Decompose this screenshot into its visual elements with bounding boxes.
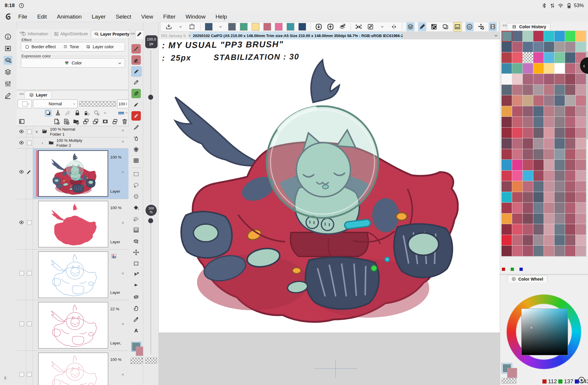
layer-row[interactable]: 100 %≡Layer xyxy=(17,149,128,199)
history-color-swatch[interactable] xyxy=(512,246,523,256)
history-color-swatch[interactable] xyxy=(523,128,533,139)
toolbar-color-swatch[interactable] xyxy=(205,22,213,31)
transfer-down-icon[interactable] xyxy=(82,118,89,125)
tab-information[interactable]: Information xyxy=(19,30,51,38)
tool-frame-rect[interactable] xyxy=(131,259,141,268)
tab-align-distribute[interactable]: Align/Distribute xyxy=(51,30,91,38)
tool-marker-red[interactable] xyxy=(131,111,141,121)
history-color-swatch[interactable] xyxy=(576,106,586,117)
history-color-swatch[interactable] xyxy=(523,74,533,85)
tool-paper-stack[interactable] xyxy=(131,292,141,302)
history-color-swatch[interactable] xyxy=(565,138,576,149)
tool-marker2[interactable] xyxy=(131,100,141,109)
toolbar-color-swatch[interactable] xyxy=(286,22,295,31)
history-color-swatch[interactable] xyxy=(502,235,512,246)
history-color-swatch[interactable] xyxy=(565,224,576,235)
chevron-down-icon[interactable] xyxy=(103,111,107,115)
history-color-swatch[interactable] xyxy=(554,235,565,246)
history-color-swatch[interactable] xyxy=(523,95,533,106)
history-color-swatch[interactable] xyxy=(565,74,576,85)
tool-eyedropper[interactable] xyxy=(131,315,141,324)
history-color-swatch[interactable] xyxy=(576,85,586,96)
history-color-swatch[interactable] xyxy=(544,214,554,224)
color-wheel-tab[interactable]: Color Wheel xyxy=(507,275,547,282)
layer-checkbox[interactable] xyxy=(19,372,24,377)
history-color-swatch[interactable] xyxy=(523,52,533,63)
tab-list-chevron-icon[interactable] xyxy=(493,33,499,38)
color-swatch[interactable] xyxy=(205,23,213,31)
row-grip-icon[interactable]: ≡ xyxy=(122,222,126,225)
history-color-swatch[interactable] xyxy=(523,246,533,256)
history-color-swatch[interactable] xyxy=(502,149,512,160)
clip-studio-logo-icon[interactable] xyxy=(4,13,13,21)
new-folder-icon[interactable] xyxy=(73,118,80,125)
history-color-swatch[interactable] xyxy=(544,171,554,181)
history-color-swatch[interactable] xyxy=(544,203,554,214)
history-color-swatch[interactable] xyxy=(512,106,523,117)
history-color-swatch[interactable] xyxy=(565,128,576,139)
pen-line-button[interactable] xyxy=(418,22,426,31)
toolbar-color-swatch[interactable] xyxy=(275,22,283,31)
flip-horizontal-button[interactable] xyxy=(390,22,398,31)
tool-object-arrow[interactable] xyxy=(131,270,141,279)
wheel-transparent-swatch[interactable] xyxy=(502,378,516,384)
history-color-swatch[interactable] xyxy=(576,203,586,214)
history-color-swatch[interactable] xyxy=(565,149,576,160)
menu-item-layer[interactable]: Layer xyxy=(92,14,106,20)
history-color-swatch[interactable] xyxy=(544,106,554,117)
history-color-swatch[interactable] xyxy=(544,95,554,106)
history-color-swatch[interactable] xyxy=(523,138,533,149)
layer-palette-tab[interactable]: Layer xyxy=(24,91,52,99)
visibility-eye-icon[interactable] xyxy=(18,129,25,134)
history-color-swatch[interactable] xyxy=(512,128,523,139)
layer-color-button[interactable]: Layer color xyxy=(82,44,117,49)
history-color-swatch[interactable] xyxy=(523,181,533,192)
history-color-swatch[interactable] xyxy=(523,106,533,117)
history-color-swatch[interactable] xyxy=(554,95,565,106)
history-color-swatch[interactable] xyxy=(502,171,512,181)
history-color-swatch[interactable] xyxy=(523,160,533,171)
history-color-swatch[interactable] xyxy=(502,128,512,139)
history-color-swatch[interactable] xyxy=(544,63,554,74)
history-color-swatch[interactable] xyxy=(565,203,576,214)
history-color-swatch[interactable] xyxy=(512,214,523,224)
color-history-tab[interactable]: Color History xyxy=(507,23,550,30)
history-color-swatch[interactable] xyxy=(544,224,554,235)
rail-navigator-icon[interactable] xyxy=(4,44,12,53)
history-color-swatch[interactable] xyxy=(544,85,554,96)
tool-grip-icon[interactable]: ≡≡ xyxy=(131,33,135,34)
image-button[interactable] xyxy=(453,22,462,31)
tool-lasso[interactable] xyxy=(131,181,141,190)
history-color-swatch[interactable] xyxy=(554,171,565,181)
mask-dark-icon[interactable] xyxy=(102,118,109,125)
history-color-swatch[interactable] xyxy=(565,246,576,256)
history-color-swatch[interactable] xyxy=(533,52,544,63)
history-color-swatch[interactable] xyxy=(512,171,523,181)
history-color-swatch[interactable] xyxy=(502,117,512,128)
palette-grip-icon[interactable]: ≡≡ xyxy=(19,93,24,95)
tool-text-a[interactable]: A xyxy=(131,326,141,335)
row-grip-icon[interactable]: ≡ xyxy=(122,171,126,174)
canvas-area[interactable]: : MY USUAL "PP3 BRUSH" : 25px STABILIZAT… xyxy=(159,39,500,385)
color-mix-icon[interactable] xyxy=(578,376,585,384)
history-color-swatch[interactable] xyxy=(502,138,512,149)
history-color-swatch[interactable] xyxy=(533,224,544,235)
history-color-swatch[interactable] xyxy=(565,235,576,246)
history-color-swatch[interactable] xyxy=(533,42,544,53)
history-color-swatch[interactable] xyxy=(576,42,586,53)
tool-film-grid[interactable] xyxy=(131,156,141,165)
menu-item-select[interactable]: Select xyxy=(116,14,131,20)
history-color-swatch[interactable] xyxy=(533,128,544,139)
zoom-slider[interactable] xyxy=(151,217,152,354)
color-swatch[interactable] xyxy=(287,23,294,31)
tool-gradient-square[interactable] xyxy=(131,225,141,235)
tool-decoration-flower[interactable] xyxy=(131,145,141,154)
layer-checkbox[interactable] xyxy=(27,271,32,276)
tool-polyline-flag[interactable] xyxy=(131,281,141,291)
history-color-swatch[interactable] xyxy=(544,52,554,63)
row-grip-icon[interactable]: ≡ xyxy=(122,374,126,377)
new-vector-layer-icon[interactable] xyxy=(63,118,70,125)
history-color-swatch[interactable] xyxy=(512,203,523,214)
history-color-swatch[interactable] xyxy=(523,235,533,246)
row-grip-icon[interactable]: ≡ xyxy=(122,130,126,133)
